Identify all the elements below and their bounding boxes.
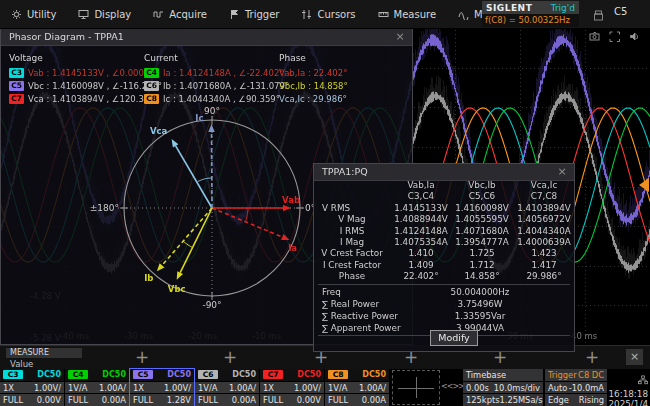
phasor-readout-text: Ia : 1.4124148A , ∠-22.402° [163, 68, 284, 78]
trigger-slope: Rising [579, 395, 604, 405]
add-measurement-slot[interactable]: + [582, 347, 602, 367]
menu-item-utility[interactable]: Utility [0, 0, 67, 28]
vector-label-vbc: Vbc [168, 284, 186, 294]
close-icon[interactable]: × [392, 30, 408, 43]
phasor-readout-row: Vab,Ia : 22.402° [279, 66, 348, 79]
speaker-icon[interactable] [629, 31, 640, 42]
pq-cell: 1.4055595V [452, 214, 512, 225]
channel-coupling: DC50 [297, 370, 321, 379]
phasor-axis-label: -90° [202, 300, 221, 310]
phasor-readout-row: C3Vab : 1.4145133V , ∠0.000° [9, 66, 162, 79]
channel-block-c5[interactable]: C5DC501X1.00V/FULL1.28V [130, 369, 194, 406]
menu-item-cursors[interactable]: Cursors [290, 0, 366, 28]
menubar: UtilityDisplayAcquireTriggerCursorsMeasu… [0, 0, 650, 29]
close-icon[interactable]: × [554, 165, 570, 178]
phasor-panel-title: Phasor Diagram - TPPA1 [9, 31, 124, 42]
channel-block-c4[interactable]: C4DC501V/A1.00A/FULL0.00A [65, 369, 129, 406]
active-channel-label: C5 [614, 6, 627, 17]
pq-cell: 1.4044340A [512, 226, 576, 237]
camera-icon[interactable] [589, 31, 600, 42]
status-cluster: SIGLENT Trig'd f(C8) = 50.00325Hz C5 [482, 1, 627, 27]
pq-cell: 1.4124148A [390, 226, 452, 237]
channel-block-c7[interactable]: C7DC501X1.00V/FULL0.00V [260, 369, 324, 406]
channel-badge: C8 [144, 94, 159, 104]
pq-panel-header: TPPA1:PQ × [314, 164, 574, 181]
menu-item-trigger[interactable]: Trigger [218, 0, 291, 28]
channel-block-c6[interactable]: C6DC501V/A1.00A/FULL0.00A [195, 369, 259, 406]
pq-cell: 1.4160098V [452, 203, 512, 214]
phasor-readout-text: Vab : 1.4145133V , ∠0.000° [28, 68, 148, 78]
pq-cell: 1.4145133V [390, 203, 452, 214]
gear-icon [11, 9, 22, 20]
pq-column-header: C5,C6 [452, 191, 512, 202]
channel-bandwidth: FULL [68, 395, 88, 405]
clock-date: 2025/1/4 [608, 399, 648, 406]
phasor-readout-row: C8Ic : 1.4044340A , ∠90.359° [144, 92, 289, 105]
menu-item-measure[interactable]: Measure [367, 0, 448, 28]
channel-probe: 1V/A [68, 383, 87, 393]
modify-button[interactable]: Modify [430, 330, 478, 346]
pq-row-label: I Mag [314, 237, 390, 248]
channel-block-c8[interactable]: C8DC501V/A1.00A/FULL0.00A [325, 369, 389, 406]
pq-column-header: C3,C4 [390, 191, 452, 202]
phasor-readout-row: Vca,Ic : 29.986° [279, 92, 348, 105]
menu-item-display[interactable]: Display [67, 0, 142, 28]
channel-block-c3[interactable]: C3DC501X1.00V/FULL0.00V [0, 369, 64, 406]
channel-badge: C5 [133, 370, 153, 379]
pq-cell: 1.4000639A [512, 237, 576, 248]
trigger-block[interactable]: TriggerC8 DC Auto-10.0mA EdgeRising [545, 369, 607, 406]
channel-offset: 1.28V [167, 395, 191, 405]
channel-bar: <<>> Timebase 0.00s10.0ms/div 125kpts1.2… [0, 369, 650, 406]
channel-probe: 1V/A [198, 383, 217, 393]
channel-badge: C3 [3, 370, 23, 379]
menu-item-label: Measure [394, 9, 437, 20]
timebase-block[interactable]: Timebase 0.00s10.0ms/div 125kpts1.25MSa/… [463, 369, 543, 406]
add-measurement-slot[interactable]: + [132, 347, 152, 367]
pq-table-panel: TPPA1:PQ × Vab,IaVbc,IbVca,IcC3,C4C5,C6C… [313, 163, 575, 352]
pq-cell: 1.4056972V [512, 214, 576, 225]
pq-cell: 1.4071680A [452, 226, 512, 237]
phasor-readout-text: Vab,Ia : 22.402° [279, 68, 347, 78]
channel-bandwidth: FULL [3, 395, 23, 405]
lan-icon [638, 375, 648, 385]
menu-item-label: Trigger [245, 9, 280, 20]
pq-column-header: Vab,Ia [390, 180, 452, 191]
pq-table-body: Vab,IaVbc,IbVca,IcC3,C4C5,C6C7,C8V RMS1.… [314, 180, 574, 337]
channel-bandwidth: FULL [133, 395, 153, 405]
fullscreen-icon[interactable] [609, 31, 620, 42]
vector-label-vca: Vca [150, 126, 168, 136]
trigger-level-marker[interactable] [639, 178, 649, 192]
sample-rate: 1.25MSa/s [499, 395, 542, 405]
clock-block: 16:18:18 2025/1/4 [608, 369, 650, 406]
pq-column-header: Vca,Ic [512, 180, 576, 191]
channel-bandwidth: FULL [328, 395, 348, 405]
channel-probe: 1X [133, 383, 144, 393]
channel-coupling: DC50 [232, 370, 256, 379]
trigger-level: -10.0mA [569, 383, 604, 393]
clock-time: 16:18:18 [608, 389, 648, 399]
phasor-axis-label: ±180° [90, 203, 119, 213]
measure-value-label: Value [10, 359, 33, 369]
pq-panel-title: TPPA1:PQ [322, 166, 368, 177]
menu-item-acquire[interactable]: Acquire [142, 0, 218, 28]
channel-scroll-arrows[interactable]: <<>> [441, 382, 463, 391]
vector-label-vab: Vab [282, 195, 300, 205]
add-measurement-slot[interactable]: + [220, 347, 240, 367]
phasor-axis-label: 90° [204, 106, 220, 116]
pq-cell: 29.986° [512, 271, 576, 282]
channel-badge: C6 [144, 81, 159, 91]
channel-coupling: DC50 [167, 370, 191, 379]
channel-scale: 1.00V/ [34, 383, 61, 393]
phasor-readout-text: Vca : 1.4103894V , ∠120.345° [28, 94, 159, 104]
channel-badge: C7 [9, 94, 24, 104]
math-icon [458, 9, 469, 20]
menu-item-label: Display [94, 9, 131, 20]
phasor-readout-text: Ib : 1.4071680A , ∠-131.079° [163, 81, 289, 91]
channel-scale: 1.00V/ [164, 383, 191, 393]
pq-summary-row: ∑ Reactive Power1.33595Var [314, 310, 574, 322]
close-icon[interactable]: × [626, 349, 643, 365]
pq-cell: 1.712 [452, 260, 512, 271]
phasor-readout-row: C7Vca : 1.4103894V , ∠120.345° [9, 92, 162, 105]
brand-logo: SIGLENT [486, 3, 532, 13]
add-channel-slot[interactable] [392, 370, 440, 405]
